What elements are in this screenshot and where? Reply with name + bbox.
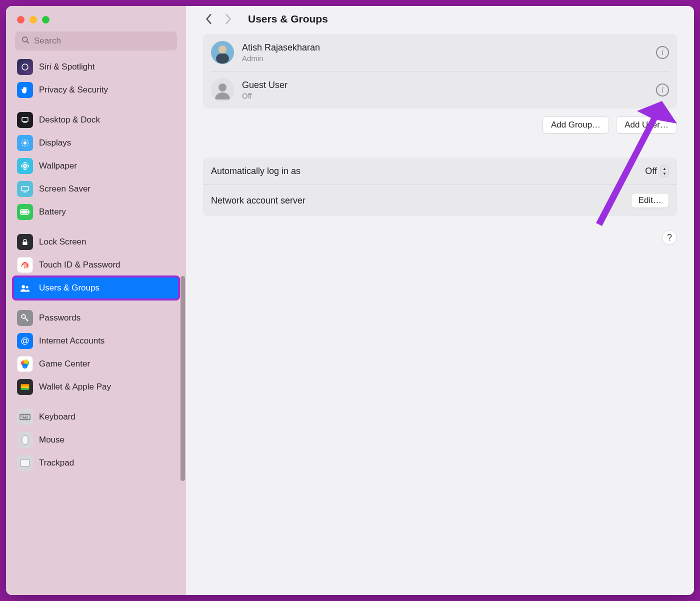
svg-rect-34: [21, 388, 30, 390]
mouse-icon: [17, 432, 33, 448]
svg-point-17: [22, 165, 24, 168]
sidebar-item-label: Siri & Spotlight: [39, 62, 95, 72]
svg-point-26: [26, 286, 28, 288]
svg-rect-24: [22, 242, 27, 245]
svg-rect-4: [23, 122, 27, 124]
sidebar-item-battery[interactable]: Battery: [13, 200, 179, 224]
sidebar-scrollbar[interactable]: [180, 276, 185, 481]
sidebar-item-trackpad[interactable]: Trackpad: [13, 452, 179, 474]
sidebar-item-internet-accounts[interactable]: @ Internet Accounts: [13, 330, 179, 352]
svg-rect-41: [22, 436, 28, 444]
sidebar-item-lock-screen[interactable]: Lock Screen: [13, 230, 179, 254]
sidebar-item-game-center[interactable]: Game Center: [13, 352, 179, 376]
svg-rect-39: [27, 416, 28, 416]
sidebar-item-wallet[interactable]: Wallet & Apple Pay: [13, 376, 179, 398]
sidebar-list[interactable]: Siri & Spotlight Privacy & Security Desk…: [6, 56, 186, 595]
close-window-button[interactable]: [17, 16, 24, 24]
sidebar-item-mouse[interactable]: Mouse: [13, 428, 179, 452]
sidebar-item-label: Lock Screen: [39, 237, 86, 247]
sidebar-search[interactable]: [15, 32, 177, 50]
svg-rect-33: [21, 386, 30, 388]
add-group-button[interactable]: Add Group…: [542, 116, 609, 134]
sidebar-item-label: Displays: [39, 138, 71, 148]
sidebar-item-desktop-dock[interactable]: Desktop & Dock: [13, 108, 179, 132]
sidebar-item-siri[interactable]: Siri & Spotlight: [13, 56, 179, 78]
sidebar-item-wallpaper[interactable]: Wallpaper: [13, 154, 179, 178]
sidebar-item-label: Passwords: [39, 313, 80, 323]
settings-window: Siri & Spotlight Privacy & Security Desk…: [6, 6, 694, 595]
login-settings-panel: Automatically log in as Off ▲▼ Network a…: [203, 158, 677, 216]
sidebar-item-label: Battery: [39, 207, 66, 217]
svg-rect-36: [22, 416, 22, 416]
sidebar-item-label: Wallet & Apple Pay: [39, 382, 111, 392]
sidebar-item-label: Users & Groups: [39, 283, 100, 293]
svg-rect-38: [25, 416, 26, 416]
titlebar: Users & Groups: [203, 13, 677, 34]
window-controls: [6, 13, 186, 32]
sidebar-item-passwords[interactable]: Passwords: [13, 306, 179, 330]
key-icon: [17, 310, 33, 326]
back-button[interactable]: [203, 13, 215, 25]
screensaver-icon: [17, 181, 33, 197]
auto-login-row: Automatically log in as Off ▲▼: [203, 158, 677, 184]
sidebar-item-privacy[interactable]: Privacy & Security: [13, 78, 179, 102]
svg-rect-40: [22, 418, 28, 418]
sidebar-item-label: Screen Saver: [39, 184, 90, 194]
sidebar-item-label: Trackpad: [39, 458, 74, 468]
svg-point-2: [22, 64, 28, 70]
sidebar-item-label: Wallpaper: [39, 161, 77, 171]
svg-rect-42: [20, 460, 30, 466]
svg-point-44: [218, 46, 226, 54]
help-button[interactable]: ?: [662, 230, 677, 245]
user-row: Atish Rajasekharan Admin i: [203, 34, 677, 71]
flower-icon: [17, 158, 33, 174]
guest-info-button[interactable]: i: [656, 84, 669, 96]
svg-point-31: [24, 360, 28, 364]
svg-point-47: [218, 84, 226, 92]
dock-icon: [17, 112, 33, 128]
sidebar-item-label: Mouse: [39, 435, 64, 445]
minimize-window-button[interactable]: [30, 16, 37, 24]
avatar: [211, 78, 234, 102]
svg-point-5: [24, 142, 26, 144]
sidebar-item-label: Game Center: [39, 359, 90, 369]
user-name: Guest User: [242, 80, 648, 90]
svg-point-18: [26, 165, 29, 168]
forward-button[interactable]: [222, 13, 234, 25]
svg-line-1: [26, 41, 28, 43]
brightness-icon: [17, 135, 33, 151]
svg-rect-22: [22, 210, 28, 214]
sidebar-item-screen-saver[interactable]: Screen Saver: [13, 178, 179, 200]
network-server-label: Network account server: [211, 196, 306, 206]
lock-icon: [17, 234, 33, 250]
search-icon: [21, 36, 30, 46]
user-name: Atish Rajasekharan: [242, 42, 648, 53]
user-role: Off: [242, 92, 648, 100]
users-icon: [17, 280, 33, 296]
hand-icon: [17, 82, 33, 98]
svg-point-16: [24, 168, 26, 170]
sidebar-item-label: Keyboard: [39, 412, 76, 422]
sidebar-item-label: Desktop & Dock: [39, 115, 100, 125]
svg-rect-35: [20, 414, 30, 420]
sidebar-item-displays[interactable]: Displays: [13, 132, 179, 154]
svg-rect-37: [23, 416, 24, 416]
user-row: Guest User Off i: [203, 72, 677, 108]
zoom-window-button[interactable]: [42, 16, 50, 24]
svg-rect-32: [21, 384, 30, 386]
user-info-button[interactable]: i: [656, 46, 669, 59]
auto-login-select[interactable]: Off ▲▼: [645, 166, 669, 176]
add-user-button[interactable]: Add User…: [616, 116, 677, 134]
battery-icon: [17, 204, 33, 220]
edit-network-button[interactable]: Edit…: [631, 193, 669, 208]
svg-point-25: [22, 285, 25, 288]
sidebar: Siri & Spotlight Privacy & Security Desk…: [6, 6, 186, 595]
sidebar-item-users-groups[interactable]: Users & Groups: [13, 276, 179, 300]
svg-rect-45: [216, 54, 229, 64]
stepper-icon: ▲▼: [660, 166, 669, 176]
sidebar-item-keyboard[interactable]: Keyboard: [13, 406, 179, 428]
search-input[interactable]: [34, 36, 171, 46]
sidebar-item-touch-id[interactable]: Touch ID & Password: [13, 254, 179, 276]
svg-rect-19: [22, 186, 28, 191]
svg-line-12: [22, 145, 24, 146]
